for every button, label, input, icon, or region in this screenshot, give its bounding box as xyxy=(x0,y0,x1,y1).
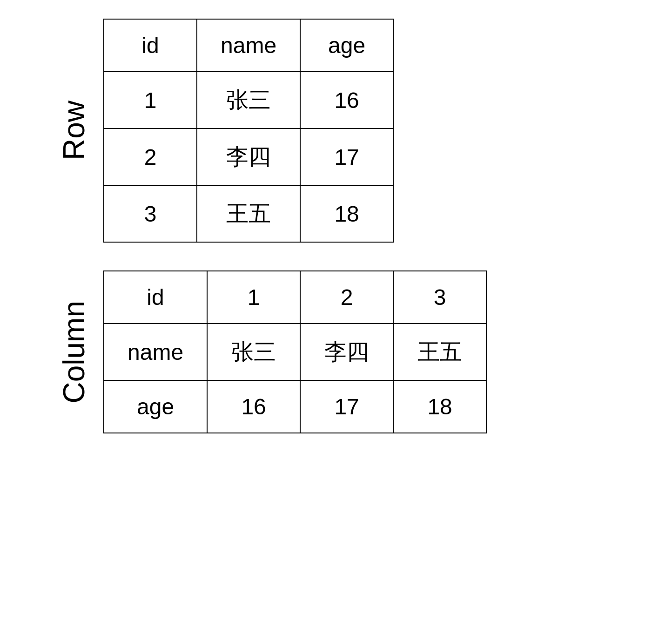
table-row: age 16 17 18 xyxy=(104,380,486,433)
cell: id xyxy=(104,271,207,324)
row-label: Row xyxy=(57,101,94,160)
table-row: 2 李四 17 xyxy=(104,128,393,185)
row-table-body: 1 张三 16 2 李四 17 3 王五 18 xyxy=(104,72,393,242)
table-row: 1 张三 16 xyxy=(104,72,393,128)
col-header-id: id xyxy=(104,19,197,72)
cell: 张三 xyxy=(207,324,300,380)
cell: 1 xyxy=(104,72,197,128)
column-label: Column xyxy=(57,301,94,404)
cell: 王五 xyxy=(393,324,486,380)
row-section: Row id name age 1 张三 16 2 李四 17 xyxy=(57,19,615,243)
cell: name xyxy=(104,324,207,380)
cell: 17 xyxy=(300,128,393,185)
column-table-body: id 1 2 3 name 张三 李四 王五 age 16 17 18 xyxy=(104,271,486,433)
column-section: Column id 1 2 3 name 张三 李四 王五 age 16 xyxy=(57,270,615,433)
table-row: 3 王五 18 xyxy=(104,185,393,242)
cell: 王五 xyxy=(197,185,300,242)
col-header-name: name xyxy=(197,19,300,72)
table-row: id 1 2 3 xyxy=(104,271,486,324)
column-table: id 1 2 3 name 张三 李四 王五 age 16 17 18 xyxy=(103,270,487,433)
cell: 2 xyxy=(104,128,197,185)
cell: 2 xyxy=(300,271,393,324)
cell: 16 xyxy=(207,380,300,433)
table-row: name 张三 李四 王五 xyxy=(104,324,486,380)
cell: 18 xyxy=(393,380,486,433)
cell: 17 xyxy=(300,380,393,433)
row-table: id name age 1 张三 16 2 李四 17 3 王五 xyxy=(103,19,394,243)
cell: 3 xyxy=(104,185,197,242)
cell: 16 xyxy=(300,72,393,128)
cell: 李四 xyxy=(197,128,300,185)
cell: 张三 xyxy=(197,72,300,128)
cell: 1 xyxy=(207,271,300,324)
cell: 李四 xyxy=(300,324,393,380)
row-table-header: id name age xyxy=(104,19,393,72)
cell: age xyxy=(104,380,207,433)
cell: 18 xyxy=(300,185,393,242)
page-container: Row id name age 1 张三 16 2 李四 17 xyxy=(57,19,615,433)
col-header-age: age xyxy=(300,19,393,72)
cell: 3 xyxy=(393,271,486,324)
